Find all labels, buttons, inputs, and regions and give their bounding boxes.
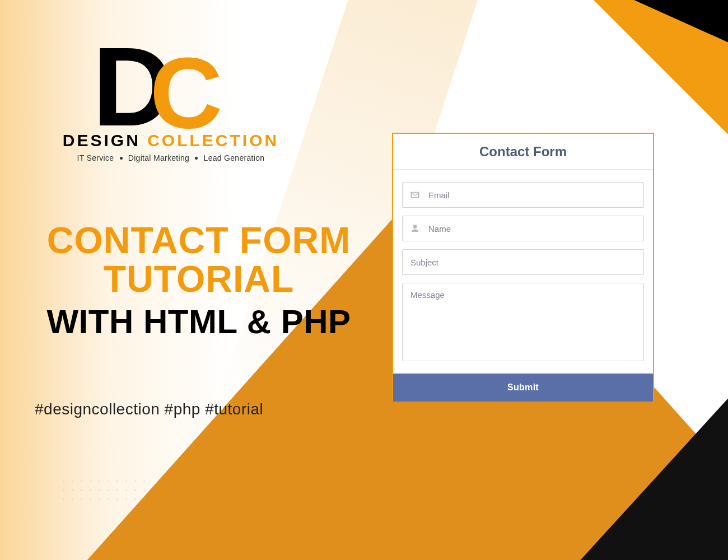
submit-button[interactable]: Submit bbox=[393, 374, 653, 402]
panel-title: Contact Form bbox=[479, 144, 567, 160]
brand-logo: DC DESIGN COLLECTION IT Service Digital … bbox=[59, 31, 283, 162]
brand-mark: DC bbox=[92, 31, 283, 123]
corner-black bbox=[622, 0, 728, 45]
panel-body: Email Name Subject Message Submit bbox=[393, 170, 653, 402]
dot-icon bbox=[120, 157, 123, 160]
dot-icon bbox=[195, 157, 198, 160]
subject-field[interactable]: Subject bbox=[402, 249, 644, 275]
headline: CONTACT FORM TUTORIAL WITH HTML & PHP bbox=[28, 221, 370, 341]
brand-sub-a: IT Service bbox=[77, 153, 114, 162]
panel-header: Contact Form bbox=[393, 134, 653, 170]
stage: DC DESIGN COLLECTION IT Service Digital … bbox=[0, 0, 728, 560]
brand-subline: IT Service Digital Marketing Lead Genera… bbox=[59, 153, 283, 162]
dot-pattern bbox=[63, 480, 148, 503]
mail-icon bbox=[409, 189, 421, 200]
hashtags: #designcollection #php #tutorial bbox=[35, 400, 263, 418]
message-placeholder: Message bbox=[410, 290, 445, 300]
brand-sub-c: Lead Generation bbox=[204, 153, 265, 162]
headline-line1: CONTACT FORM bbox=[28, 221, 370, 260]
message-field[interactable]: Message bbox=[402, 283, 644, 361]
email-placeholder: Email bbox=[428, 190, 450, 200]
contact-form-panel: Contact Form Email Name Subject Message bbox=[392, 133, 654, 400]
submit-label: Submit bbox=[507, 382, 539, 393]
headline-line2: TUTORIAL bbox=[28, 260, 370, 298]
brand-sub-b: Digital Marketing bbox=[128, 153, 189, 162]
name-field[interactable]: Name bbox=[402, 216, 644, 241]
brand-mark-c: C bbox=[150, 43, 222, 143]
subject-placeholder: Subject bbox=[410, 258, 438, 267]
name-placeholder: Name bbox=[428, 224, 451, 234]
user-icon bbox=[409, 223, 421, 234]
email-field[interactable]: Email bbox=[402, 182, 644, 208]
headline-line3: WITH HTML & PHP bbox=[28, 302, 370, 341]
